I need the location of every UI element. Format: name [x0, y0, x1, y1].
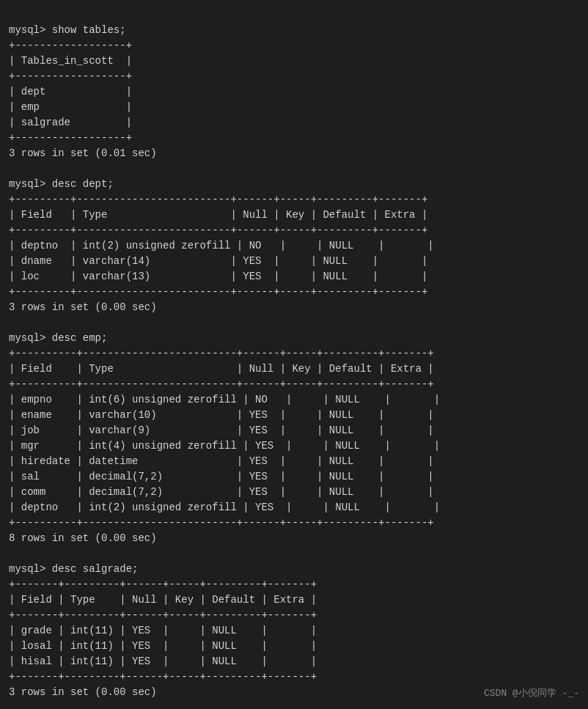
- line-11: mysql> desc dept;: [9, 178, 114, 190]
- line-23: | Field | Type | Null | Key | Default | …: [9, 363, 434, 375]
- line-37: +-------+---------+------+-----+--------…: [9, 578, 317, 590]
- line-39: +-------+---------+------+-----+--------…: [9, 609, 317, 621]
- line-31: | comm | decimal(7,2) | YES | | NULL | |: [9, 486, 434, 498]
- line-13: | Field | Type | Null | Key | Default | …: [9, 209, 427, 221]
- line-9: 3 rows in set (0.01 sec): [9, 147, 157, 159]
- line-7: | salgrade |: [9, 117, 132, 128]
- line-44: 3 rows in set (0.00 sec): [9, 686, 157, 698]
- line-43: +-------+---------+------+-----+--------…: [9, 671, 317, 683]
- line-6: | emp |: [9, 101, 132, 113]
- line-34: 8 rows in set (0.00 sec): [9, 532, 157, 544]
- line-22: +----------+-------------------------+--…: [9, 348, 434, 359]
- line-36: mysql> desc salgrade;: [9, 563, 138, 575]
- line-30: | sal | decimal(7,2) | YES | | NULL | |: [9, 471, 434, 482]
- line-16: | dname | varchar(14) | YES | | NULL | |: [9, 255, 427, 267]
- line-38: | Field | Type | Null | Key | Default | …: [9, 594, 317, 606]
- line-15: | deptno | int(2) unsigned zerofill | NO…: [9, 240, 434, 251]
- line-24: +----------+-------------------------+--…: [9, 378, 434, 390]
- line-14: +---------+-------------------------+---…: [9, 224, 427, 236]
- line-17: | loc | varchar(13) | YES | | NULL | |: [9, 271, 427, 282]
- line-27: | job | varchar(9) | YES | | NULL | |: [9, 425, 434, 436]
- line-29: | hiredate | datetime | YES | | NULL | |: [9, 455, 434, 467]
- line-42: | hisal | int(11) | YES | | NULL | |: [9, 655, 317, 667]
- line-33: +----------+-------------------------+--…: [9, 517, 434, 529]
- line-4: +------------------+: [9, 70, 132, 82]
- line-12: +---------+-------------------------+---…: [9, 194, 427, 205]
- line-2: +------------------+: [9, 40, 132, 51]
- watermark: CSDN @小倪同学 -_-: [484, 686, 579, 701]
- line-32: | deptno | int(2) unsigned zerofill | YE…: [9, 502, 440, 513]
- line-19: 3 rows in set (0.00 sec): [9, 301, 157, 313]
- line-8: +------------------+: [9, 132, 132, 144]
- line-21: mysql> desc emp;: [9, 332, 107, 344]
- line-18: +---------+-------------------------+---…: [9, 286, 427, 298]
- line-41: | losal | int(11) | YES | | NULL | |: [9, 640, 317, 652]
- line-26: | ename | varchar(10) | YES | | NULL | |: [9, 409, 434, 421]
- line-3: | Tables_in_scott |: [9, 55, 132, 67]
- line-40: | grade | int(11) | YES | | NULL | |: [9, 625, 317, 636]
- line-5: | dept |: [9, 86, 132, 98]
- line-1: mysql> show tables;: [9, 24, 126, 36]
- line-28: | mgr | int(4) unsigned zerofill | YES |…: [9, 440, 440, 452]
- line-25: | empno | int(6) unsigned zerofill | NO …: [9, 394, 440, 405]
- terminal-output: mysql> show tables; +------------------+…: [9, 7, 579, 709]
